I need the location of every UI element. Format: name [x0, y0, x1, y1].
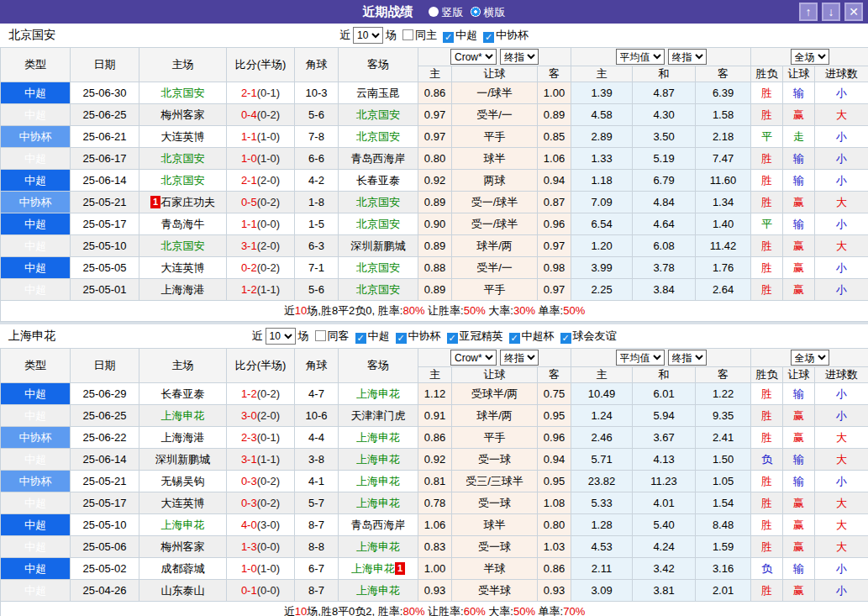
win-draw-loss-result: 胜 — [751, 471, 783, 492]
avg-home-odds: 5.71 — [571, 449, 633, 471]
league-type-cell: 中超 — [1, 405, 71, 427]
corner-cell: 3-8 — [295, 449, 339, 471]
team-name: 北京国安 — [161, 240, 205, 252]
crow-away-odds: 0.95 — [538, 405, 571, 427]
avg-away-odds: 2.18 — [696, 126, 751, 148]
crow-away-odds: 0.80 — [538, 514, 571, 536]
match-row: 中超25-05-17青岛海牛1-1(0-0)1-5北京国安0.90受一/球半0.… — [1, 213, 868, 235]
crow-home-odds: 0.78 — [418, 492, 452, 514]
filter-checkbox-中超[interactable]: ✓ — [443, 32, 454, 43]
win-draw-loss-result: 胜 — [751, 514, 783, 536]
score-cell: 0-2(0-2) — [227, 257, 295, 279]
avg-home-odds: 1.39 — [571, 82, 633, 104]
filter-checkbox-中超杯[interactable]: ✓ — [509, 333, 520, 344]
date-cell: 25-06-29 — [71, 383, 139, 405]
crow-away-odds: 0.94 — [538, 449, 571, 471]
avg-draw-odds: 4.84 — [633, 192, 696, 213]
average-time-select[interactable]: 终指 — [668, 350, 707, 366]
away-team-cell: 上海申花 — [339, 471, 418, 492]
filter-checkbox-中协杯[interactable]: ✓ — [483, 32, 494, 43]
avg-home-odds: 7.09 — [571, 192, 633, 213]
team-name: 北京国安 — [161, 174, 205, 187]
close-button[interactable]: ✕ — [844, 3, 863, 21]
scroll-down-button[interactable]: ↓ — [822, 3, 840, 21]
title-bar: 近期战绩竖版横版 ↑ ↓ ✕ — [0, 0, 868, 24]
avg-home-odds: 2.11 — [571, 558, 633, 580]
average-time-select[interactable]: 终指 — [668, 49, 707, 65]
win-draw-loss-result: 胜 — [751, 82, 783, 104]
crow-handicap: 球半/两 — [452, 405, 538, 427]
date-cell: 25-05-02 — [71, 558, 139, 580]
avg-home-odds: 4.53 — [571, 536, 633, 558]
filter-checkbox-中协杯[interactable]: ✓ — [396, 333, 407, 344]
filter-checkbox-label: 中超 — [455, 29, 477, 41]
odds-time-select[interactable]: 终指 — [500, 350, 539, 366]
halftime-score: (0-1) — [257, 431, 280, 444]
fulltime-score: 1-3 — [241, 540, 257, 553]
halftime-score: (0-2) — [257, 475, 280, 487]
team-name: 深圳新鹏城 — [155, 453, 210, 466]
filter-checkbox-中超[interactable]: ✓ — [355, 333, 366, 344]
match-row: 中超25-06-30北京国安2-1(0-1)10-3云南玉昆0.86一/球半1.… — [1, 82, 868, 104]
avg-home-odds: 1.20 — [571, 235, 633, 257]
filter-checkbox-label: 中协杯 — [496, 29, 529, 41]
crow-away-odds: 0.86 — [538, 558, 571, 580]
radio-horizontal-layout[interactable] — [471, 7, 481, 17]
average-odds-select[interactable]: 平均值 — [616, 49, 665, 65]
crow-handicap: 受一/球半 — [452, 192, 538, 213]
halftime-score: (3-0) — [257, 519, 280, 531]
recent-count-select[interactable]: 10 — [266, 328, 296, 345]
summary-part: 10 — [295, 304, 307, 317]
handicap-result: 赢 — [783, 492, 815, 514]
recent-count-select[interactable]: 10 — [353, 27, 383, 44]
fulltime-select[interactable]: 全场 — [791, 49, 829, 65]
sub-header-0: 主 — [418, 66, 452, 82]
handicap-result: 输 — [783, 471, 815, 492]
crow-home-odds: 0.93 — [418, 580, 452, 602]
league-type-cell: 中协杯 — [1, 192, 71, 213]
home-team-cell: 梅州客家 — [139, 536, 227, 558]
goals-result: 大 — [815, 514, 868, 536]
handicap-result: 赢 — [783, 104, 815, 126]
win-draw-loss-result: 胜 — [751, 383, 783, 405]
odds-source-select[interactable]: Crow* — [450, 350, 497, 366]
crow-handicap: 受一球 — [452, 492, 538, 514]
filter-checkbox-球会友谊[interactable]: ✓ — [560, 333, 571, 344]
odds-time-select[interactable]: 终指 — [500, 49, 539, 65]
league-type-cell: 中超 — [1, 514, 71, 536]
summary-part: 让胜率: — [424, 304, 463, 317]
away-team-cell: 北京国安 — [339, 104, 418, 126]
halftime-score: (1-1) — [257, 283, 280, 296]
filter-checkbox-同客[interactable] — [315, 330, 326, 341]
team-name: 上海申花 — [356, 497, 400, 509]
avg-away-odds: 7.47 — [696, 148, 751, 170]
crow-away-odds: 0.75 — [538, 383, 571, 405]
league-type-cell: 中超 — [1, 383, 71, 405]
recent-label: 近 — [339, 29, 350, 41]
league-type-cell: 中协杯 — [1, 427, 71, 449]
odds-source-select[interactable]: Crow* — [450, 49, 497, 65]
match-row: 中超25-05-02成都蓉城1-0(1-0)6-7上海申花11.00半球0.86… — [1, 558, 868, 580]
home-team-cell: 上海海港 — [139, 279, 227, 301]
average-odds-select[interactable]: 平均值 — [616, 350, 665, 366]
team-name: 上海申花 — [351, 562, 395, 575]
avg-draw-odds: 3.78 — [633, 257, 696, 279]
fulltime-select[interactable]: 全场 — [791, 350, 829, 366]
match-row: 中超25-05-05大连英博0-2(0-2)7-1北京国安0.88受半/一0.9… — [1, 257, 868, 279]
corner-cell: 4-4 — [295, 427, 339, 449]
goals-result: 小 — [815, 405, 868, 427]
filter-checkbox-同主[interactable] — [402, 29, 413, 40]
filter-bar: 上海申花近10场同客✓中超✓中协杯✓亚冠精英✓中超杯✓球会友谊 — [0, 324, 868, 348]
fulltime-score: 0-3 — [241, 475, 257, 487]
crow-handicap: 球半 — [452, 514, 538, 536]
avg-home-odds: 2.25 — [571, 279, 633, 301]
win-draw-loss-result: 胜 — [751, 492, 783, 514]
avg-draw-odds: 5.19 — [633, 148, 696, 170]
summary-part: 60% — [464, 605, 486, 616]
date-cell: 25-05-01 — [71, 279, 139, 301]
radio-vertical-layout[interactable] — [429, 7, 439, 17]
filter-checkbox-亚冠精英[interactable]: ✓ — [447, 333, 458, 344]
scroll-up-button[interactable]: ↑ — [799, 3, 818, 21]
crow-handicap: 受半/一 — [452, 257, 538, 279]
team-name: 上海申花 — [356, 584, 400, 597]
